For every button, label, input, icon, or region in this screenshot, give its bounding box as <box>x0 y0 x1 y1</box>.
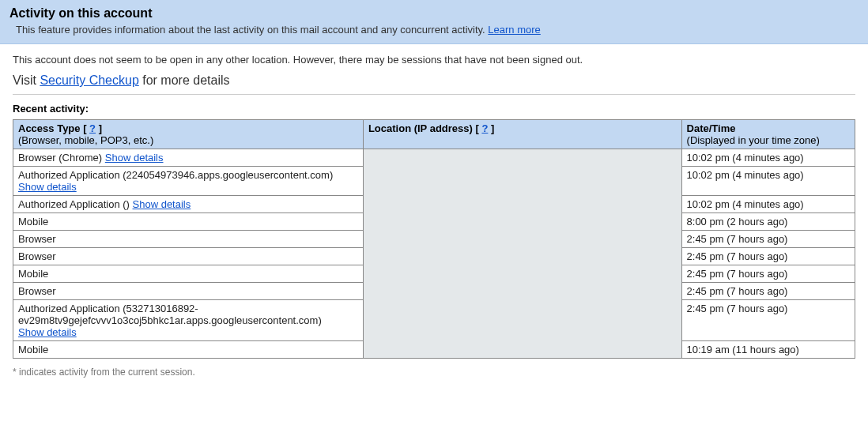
access-type-cell: Browser <box>13 283 364 300</box>
datetime-cell: 10:19 am (11 hours ago) <box>681 341 855 359</box>
datetime-cell: 2:45 pm (7 hours ago) <box>681 300 855 341</box>
show-details-link[interactable]: Show details <box>18 181 77 193</box>
access-type-cell: Browser (Chrome) Show details <box>13 149 364 167</box>
footer-note: * indicates activity from the current se… <box>13 367 855 378</box>
access-type-cell: Authorized Application () Show details <box>13 196 364 213</box>
datetime-cell: 10:02 pm (4 minutes ago) <box>681 149 855 167</box>
access-type-help-link[interactable]: ? <box>89 122 96 134</box>
access-type-cell: Authorized Application (532713016892-ev2… <box>13 300 364 341</box>
access-type-cell: Mobile <box>13 265 364 283</box>
datetime-cell: 2:45 pm (7 hours ago) <box>681 283 855 300</box>
datetime-cell: 2:45 pm (7 hours ago) <box>681 231 855 248</box>
access-type-cell: Browser <box>13 231 364 248</box>
datetime-cell: 10:02 pm (4 minutes ago) <box>681 167 855 196</box>
location-cell <box>363 149 681 359</box>
recent-activity-title: Recent activity: <box>13 103 855 115</box>
show-details-link[interactable]: Show details <box>105 152 164 164</box>
header-banner: Activity on this account This feature pr… <box>0 0 868 44</box>
divider <box>13 94 855 95</box>
datetime-cell: 10:02 pm (4 minutes ago) <box>681 196 855 213</box>
datetime-cell: 8:00 pm (2 hours ago) <box>681 213 855 231</box>
status-line: This account does not seem to be open in… <box>13 54 855 66</box>
datetime-cell: 2:45 pm (7 hours ago) <box>681 248 855 265</box>
show-details-link[interactable]: Show details <box>18 326 77 338</box>
table-row: Browser (Chrome) Show details10:02 pm (4… <box>13 149 855 167</box>
content-area: This account does not seem to be open in… <box>0 44 868 384</box>
header-access-type: Access Type [ ? ] (Browser, mobile, POP3… <box>13 120 364 149</box>
header-datetime: Date/Time (Displayed in your time zone) <box>681 120 855 149</box>
access-type-cell: Mobile <box>13 341 364 359</box>
page-title: Activity on this account <box>9 6 859 21</box>
datetime-cell: 2:45 pm (7 hours ago) <box>681 265 855 283</box>
security-checkup-link[interactable]: Security Checkup <box>40 73 138 87</box>
access-type-cell: Mobile <box>13 213 364 231</box>
access-type-cell: Authorized Application (224054973946.app… <box>13 167 364 196</box>
access-type-cell: Browser <box>13 248 364 265</box>
header-location: Location (IP address) [ ? ] <box>363 120 681 149</box>
header-description: This feature provides information about … <box>9 24 859 36</box>
activity-table: Access Type [ ? ] (Browser, mobile, POP3… <box>13 119 855 359</box>
visit-line: Visit Security Checkup for more details <box>13 73 855 88</box>
learn-more-link[interactable]: Learn more <box>488 24 540 36</box>
show-details-link[interactable]: Show details <box>133 198 191 210</box>
